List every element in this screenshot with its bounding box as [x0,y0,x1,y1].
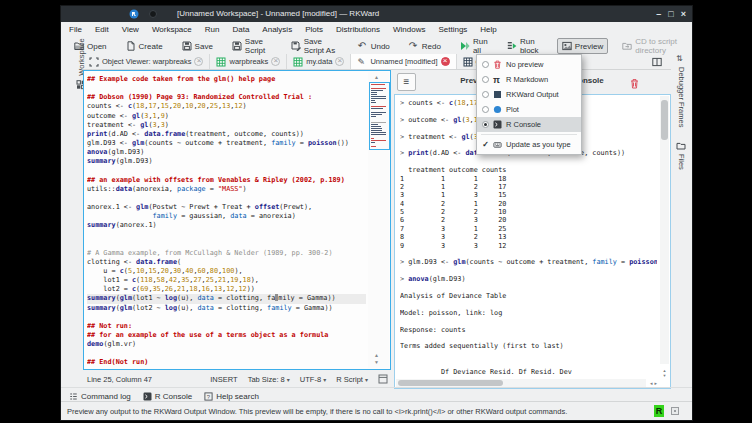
undo-button[interactable]: ↶Undo [353,38,395,54]
tab-warpbreaks[interactable]: warpbreaks× [210,54,287,69]
menu-plots[interactable]: Plots [305,25,323,34]
minimap-line [371,146,376,147]
code-line: glm.D93 <- glm(counts ~ outcome + treatm… [87,139,366,148]
filetype-select[interactable]: R Script ▾ [336,375,368,384]
minimap-line [371,106,386,107]
status-message: Preview any output to the RKWard Output … [67,407,567,416]
tool-view-command-log[interactable]: Command log [69,392,131,401]
minimap-line [371,132,386,133]
menu-data[interactable]: Data [232,25,249,34]
radio-on-icon [482,121,489,128]
editor-settings-icon[interactable] [378,374,388,384]
minimap-line [371,122,386,123]
menu-help[interactable]: Help [480,25,496,34]
scroll-down-icon[interactable]: ▼ [374,360,379,365]
minimize-button[interactable]: – [656,8,661,20]
tab-close-icon[interactable]: × [441,57,450,66]
maximize-button[interactable]: □ [668,8,673,20]
tab-my-data[interactable]: my.data× [287,54,351,69]
insert-mode[interactable]: INSERT [210,375,237,384]
menu-settings[interactable]: Settings [438,25,467,34]
right-dock: ⇅Debugger FramesFiles [671,54,691,383]
console-vscrollbar[interactable] [660,96,669,364]
menu-view[interactable]: View [122,25,139,34]
preview-menu: No previewπR MarkdownRKWard OutputPlotR … [476,54,582,155]
toolbar: OpenCreateSaveSave ScriptSave Script As↶… [61,37,692,55]
console-line [400,300,657,308]
console-line [400,267,657,275]
save-icon [182,41,192,51]
sidebar-item-files[interactable]: Files [671,141,691,170]
tab-unnamed-modified-[interactable]: ✎Unnamed [modified]× [351,54,456,69]
menu-analysis[interactable]: Analysis [262,25,292,34]
menu-distributions[interactable]: Distributions [336,25,380,34]
scroll-up2-icon[interactable]: ▲ [374,353,379,358]
tab-close-icon[interactable]: × [335,57,344,66]
code-line: ## for an example of the use of a terms … [87,331,366,340]
create-button[interactable]: Create [121,38,168,54]
menu-file[interactable]: File [69,25,82,34]
rkward-window: [Unnamed Workspace] - Unnamed [modified]… [60,5,693,421]
minimap-line [371,126,381,127]
code-line: clotting <- data.frame( [87,258,366,267]
trash-red-icon [493,60,502,69]
menu-item-no-preview[interactable]: No preview [477,57,581,72]
console-hscrollbar[interactable] [396,379,646,387]
console-line [400,359,657,367]
code-text[interactable]: ## Example code taken from the glm() hel… [87,75,366,367]
menu-run[interactable]: Run [205,25,220,34]
menu-item-label: No preview [506,60,544,69]
code-line: counts <- c(18,17,15,20,10,20,25,13,12) [87,102,366,111]
tool-view-help-search[interactable]: ?Help search [204,392,259,401]
menu-windows[interactable]: Windows [393,25,425,34]
scroll-up-icon[interactable]: ▲ [374,75,379,80]
tab-object-viewer-warpbreaks[interactable]: Object Viewer: warpbreaks× [83,54,210,69]
scroll-arrows[interactable]: ▲▼ [660,368,669,378]
code-line: summary(glm(lot2 ~ log(u), data = clotti… [87,304,366,313]
menu-workspace[interactable]: Workspace [152,25,192,34]
menu-item-plot[interactable]: Plot [477,102,581,117]
table-dark-icon [463,57,473,67]
toolbar-label: Redo [422,42,441,51]
sidebar-item-debugger-frames[interactable]: ⇅Debugger Frames [671,54,691,127]
menu-edit[interactable]: Edit [95,25,109,34]
console-line: 9 3 3 12 [400,242,657,250]
encoding-select[interactable]: UTF-8 ▾ [300,375,326,384]
titlebar-icon [149,10,157,18]
dock-label: Files [677,154,686,170]
tab-close-icon[interactable]: × [194,57,203,66]
code-editor[interactable]: ## Example code taken from the glm() hel… [83,70,391,370]
code-line [87,240,366,249]
titlebar[interactable]: [Unnamed Workspace] - Unnamed [modified]… [61,6,692,22]
redo-button[interactable]: ↷Redo [404,38,446,54]
tab-size-select[interactable]: Tab Size: 8 ▾ [248,375,290,384]
menu-item-rkward-output[interactable]: RKWard Output [477,87,581,102]
r-engine-badge: R [654,405,664,417]
hscroll-thumb[interactable] [398,380,503,386]
statusbar-icon[interactable] [671,407,679,415]
menu-item-r-console[interactable]: R Console [477,117,581,132]
tab-label: warpbreaks [229,57,268,66]
close-button[interactable]: × [681,8,686,20]
minimap-line [371,102,376,103]
code-line: demo(glm.vr) [87,340,366,349]
toolbar-label: Run all [473,37,488,55]
vscroll-thumb[interactable] [661,100,668,140]
minimap-line [371,134,386,135]
minimap-viewport[interactable] [369,82,390,150]
tool-view-label: Help search [216,392,259,401]
hscroll-arrows[interactable]: ◂▸ [650,379,659,387]
preview-button[interactable]: Preview [557,38,608,54]
tool-view-r-console[interactable]: R Console [143,392,192,401]
left-dock: Workspace [62,54,82,383]
save-button[interactable]: Save [177,38,218,54]
menu-item-update-as-you-type[interactable]: ✓Update as you type [477,137,581,152]
tab-close-icon[interactable]: × [271,57,280,66]
window-split-icon[interactable] [652,57,662,67]
close-preview-trash-icon[interactable] [630,75,639,86]
menu-item-r-markdown[interactable]: πR Markdown [477,72,581,87]
minimap-scrollbar[interactable]: ▲ ▲ ▼ [368,72,389,368]
minimap-line [371,98,386,99]
menu-item-label: Update as you type [506,140,571,149]
files-icon [676,141,686,151]
